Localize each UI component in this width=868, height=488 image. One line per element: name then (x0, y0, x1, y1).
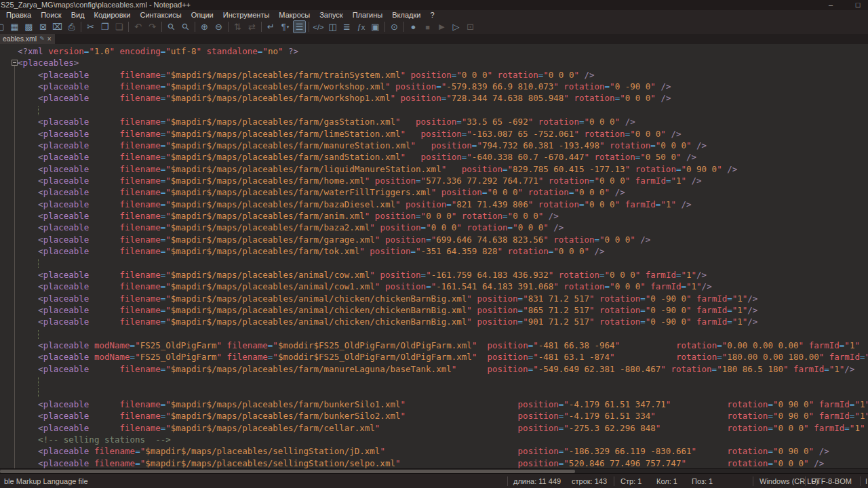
fold-margin-line (14, 65, 15, 468)
code-line[interactable]: <placeable filename="$mapdir$/maps/place… (18, 410, 868, 422)
code-line[interactable]: <placeable modName="FS25_OldPigFarm" fil… (18, 340, 868, 351)
code-line[interactable]: <placeable modName="FS25_OldPigFarm" fil… (18, 351, 868, 363)
cut-icon[interactable]: ✂ (84, 20, 97, 33)
zoom-in-icon[interactable]: ⊕ (198, 20, 211, 33)
code-line[interactable]: <placeable filename="$mapdir$/maps/place… (18, 210, 868, 222)
tab-bar: eables.xml ✎ × (0, 34, 868, 44)
toolbar-separator (228, 22, 229, 32)
code-line[interactable]: <placeable filename="$mapdir$/maps/place… (18, 445, 868, 457)
menu-bar: ПравкаПоискВидКодировкиСинтаксисыОпцииИн… (0, 10, 868, 20)
syntax-highlight-icon[interactable]: </> (312, 20, 325, 33)
code-line[interactable]: <placeable filename="$mapdir$/maps/place… (18, 316, 868, 327)
menu-item-0[interactable]: Правка (1, 10, 36, 20)
menu-item-4[interactable]: Синтаксисы (135, 10, 186, 20)
code-line[interactable]: <placeable filename="$mapdir$/maps/place… (18, 222, 868, 233)
close-all-tabs-icon[interactable]: ⌧ (51, 20, 64, 33)
code-line[interactable] (18, 386, 868, 398)
code-line[interactable]: <placeable filename="$mapdir$/maps/place… (18, 363, 868, 375)
save-all-icon[interactable]: ▩ (22, 20, 35, 33)
new-file-icon[interactable]: ▢ (0, 20, 7, 33)
tab-close-icon[interactable]: × (47, 34, 52, 44)
status-doc-type: ble Markup Language file (4, 474, 88, 488)
horizontal-scrollbar[interactable] (0, 468, 868, 473)
code-line[interactable]: <?xml version="1.0" encoding="utf-8" sta… (18, 45, 868, 57)
undo-icon[interactable]: ↶ (132, 20, 144, 33)
code-line[interactable]: <placeable filename="$mapdir$/maps/place… (18, 151, 868, 163)
code-line[interactable]: <placeable filename="$mapdir$/maps/place… (18, 399, 868, 410)
menu-item-1[interactable]: Поиск (36, 10, 66, 20)
code-line[interactable]: <placeable filename="$mapdir$/maps/place… (18, 163, 868, 175)
word-wrap-icon[interactable]: ↵ (264, 20, 277, 33)
paste-icon[interactable]: ❏ (113, 20, 125, 33)
menu-item-6[interactable]: Инструменты (218, 10, 275, 20)
code-line[interactable]: <placeable filename="$mapdir$/maps/place… (18, 458, 868, 468)
status-eol[interactable]: Windows (CR LF) (760, 474, 818, 488)
record-macro-icon[interactable]: ● (407, 20, 420, 33)
play-macro-icon[interactable]: ▶ (435, 20, 448, 33)
status-insert-mode[interactable]: I (865, 474, 867, 488)
code-line[interactable] (18, 375, 868, 386)
code-line[interactable]: <placeable filename="$mapdir$/maps/place… (18, 199, 868, 210)
code-line[interactable]: <placeable filename="$mapdir$/maps/place… (18, 140, 868, 151)
menu-item-7[interactable]: Макросы (274, 10, 315, 20)
menu-item-9[interactable]: Плагины (348, 10, 388, 20)
document-list-icon[interactable]: ≣ (340, 20, 353, 33)
menu-item-3[interactable]: Кодировки (90, 10, 136, 20)
close-tab-icon[interactable]: ⊠ (37, 20, 50, 33)
minimize-button[interactable]: – (821, 0, 841, 10)
sync-horizontal-scroll-icon[interactable]: ⇄ (245, 20, 258, 33)
dropdown-caret-icon[interactable]: ▾ (287, 24, 290, 30)
code-line[interactable]: <placeable filename="$mapdir$/maps/place… (18, 304, 868, 316)
redo-icon[interactable]: ↷ (146, 20, 159, 33)
sync-vertical-scroll-icon[interactable]: ⇅ (231, 20, 244, 33)
show-all-characters-icon[interactable]: ¶▾ (279, 20, 292, 33)
status-lines: строк: 143 (572, 474, 607, 488)
status-bar: ble Markup Language file длина: 11 449 с… (0, 473, 868, 488)
code-line[interactable]: <placeable filename="$mapdir$/maps/place… (18, 81, 868, 92)
stop-macro-icon[interactable]: ■ (421, 20, 434, 33)
code-line[interactable]: <placeable filename="$mapdir$/maps/place… (18, 128, 868, 140)
run-macro-multiple-icon[interactable]: ▷ (450, 20, 462, 33)
code-line[interactable]: <placeable filename="$mapdir$/maps/place… (18, 69, 868, 81)
tab-placeables-xml[interactable]: eables.xml ✎ × (0, 34, 55, 44)
menu-item-2[interactable]: Вид (66, 10, 90, 20)
notepad-plus-plus-window: S25_Zarya_MG\maps\config\placeables.xml … (0, 0, 868, 488)
save-macro-icon[interactable]: ⊡ (464, 20, 477, 33)
monitoring-icon[interactable]: ⊙ (388, 20, 401, 33)
code-line[interactable]: <placeable filename="$mapdir$/maps/place… (18, 245, 868, 257)
status-pos: Поз: 1 (692, 474, 713, 488)
fold-collapse-icon[interactable] (12, 60, 18, 66)
folder-as-workspace-icon[interactable]: ▣ (369, 20, 382, 33)
code-line[interactable]: <placeable filename="$mapdir$/maps/place… (18, 186, 868, 198)
save-icon[interactable]: ▦ (8, 20, 21, 33)
function-list-icon[interactable]: ƒx (355, 20, 368, 33)
document-map-icon[interactable]: ◫ (326, 20, 339, 33)
indent-guide-icon[interactable]: ☰ (293, 20, 306, 33)
replace-icon[interactable]: ⚲ (176, 18, 195, 36)
code-line[interactable]: <placeable filename="$mapdir$/maps/place… (18, 234, 868, 245)
toolbar-separator (195, 22, 195, 32)
code-line[interactable] (18, 257, 868, 268)
status-encoding[interactable]: UTF-8-BOM (811, 474, 852, 488)
menu-item-5[interactable]: Опции (186, 10, 218, 20)
code-line[interactable]: <!-- selling stations --> (18, 434, 868, 445)
code-line[interactable] (18, 104, 868, 116)
code-line[interactable]: <placeable filename="$mapdir$/maps/place… (18, 281, 868, 292)
code-line[interactable]: <placeable filename="$mapdir$/maps/place… (18, 293, 868, 304)
zoom-out-icon[interactable]: ⊖ (212, 20, 225, 33)
code-line[interactable]: <placeable filename="$mapdir$/maps/place… (18, 269, 868, 281)
print-icon[interactable]: ⎙ (65, 20, 78, 33)
code-line[interactable]: <placeable filename="$mapdir$/maps/place… (18, 175, 868, 186)
copy-icon[interactable]: ❐ (98, 20, 111, 33)
menu-item-8[interactable]: Запуск (315, 10, 347, 20)
code-line[interactable]: <placeable filename="$mapdir$/maps/place… (18, 116, 868, 127)
menu-item-10[interactable]: Вкладки (387, 10, 425, 20)
code-line[interactable]: <placeables> (18, 57, 868, 68)
toolbar-separator (309, 22, 309, 32)
menu-item-11[interactable]: ? (425, 10, 439, 20)
maximize-button[interactable]: □ (848, 0, 868, 10)
code-line[interactable]: <placeable filename="$mapdir$/maps/place… (18, 422, 868, 434)
editor-area[interactable]: <?xml version="1.0" encoding="utf-8" sta… (0, 44, 868, 468)
code-line[interactable]: <placeable filename="$mapdir$/maps/place… (18, 92, 868, 104)
code-line[interactable] (18, 328, 868, 340)
